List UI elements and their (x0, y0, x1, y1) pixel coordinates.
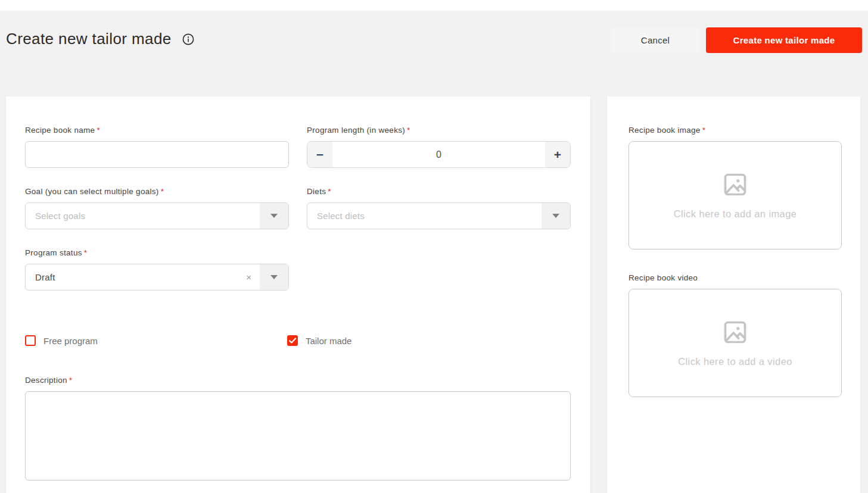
program-length-input[interactable] (332, 142, 545, 167)
diets-placeholder: Select diets (307, 211, 542, 221)
recipe-book-name-input[interactable] (25, 141, 289, 168)
create-tailor-made-button[interactable]: Create new tailor made (706, 27, 862, 53)
chevron-down-icon (270, 214, 278, 218)
image-placeholder-icon (722, 171, 748, 198)
program-length-label: Program length (in weeks)* (307, 126, 571, 135)
tailor-made-label: Tailor made (306, 336, 352, 346)
goal-select[interactable]: Select goals (25, 202, 289, 229)
minus-icon[interactable]: − (307, 142, 332, 167)
goal-placeholder: Select goals (26, 211, 260, 221)
free-program-checkbox-row[interactable]: Free program (25, 335, 98, 346)
diets-field: Diets* Select diets (307, 187, 571, 229)
chevron-down-icon (270, 275, 278, 279)
image-upload-hint: Click here to add an image (674, 208, 797, 220)
check-icon (289, 338, 296, 344)
video-upload-hint: Click here to add a video (678, 356, 792, 367)
recipe-book-image-label: Recipe book image* (629, 126, 842, 135)
recipe-book-image-section: Recipe book image* Click here to add an … (629, 126, 842, 249)
description-label: Description* (25, 376, 571, 385)
diets-dropdown-toggle[interactable] (542, 203, 570, 229)
tailor-made-checkbox[interactable] (287, 335, 298, 346)
clear-icon[interactable]: × (246, 272, 251, 282)
goal-label: Goal (you can select multiple goals)* (25, 187, 289, 196)
diets-select[interactable]: Select diets (307, 202, 571, 229)
free-program-label: Free program (43, 336, 98, 346)
tailor-made-checkbox-row[interactable]: Tailor made (287, 335, 352, 346)
cancel-button[interactable]: Cancel (612, 27, 698, 53)
video-upload-dropzone[interactable]: Click here to add a video (629, 289, 842, 397)
recipe-book-video-label: Recipe book video (629, 273, 842, 282)
program-status-label: Program status* (25, 248, 289, 257)
goal-field: Goal (you can select multiple goals)* Se… (25, 187, 289, 229)
program-status-field: Program status* Draft × (25, 248, 289, 291)
program-status-select[interactable]: Draft × (25, 264, 289, 291)
info-icon[interactable] (182, 33, 194, 45)
program-status-dropdown-toggle[interactable] (260, 264, 288, 290)
page-header: Create new tailor made Cancel Create new… (0, 11, 868, 82)
media-card: Recipe book image* Click here to add an … (607, 96, 860, 493)
program-length-stepper: − + (307, 141, 571, 168)
top-strip (0, 0, 868, 11)
description-field: Description* (25, 376, 571, 483)
recipe-book-video-section: Recipe book video Click here to add a vi… (629, 273, 842, 397)
goal-dropdown-toggle[interactable] (260, 203, 288, 229)
image-upload-dropzone[interactable]: Click here to add an image (629, 141, 842, 249)
program-length-field: Program length (in weeks)* − + (307, 126, 571, 168)
plus-icon[interactable]: + (545, 142, 570, 167)
program-status-value: Draft (26, 272, 246, 282)
chevron-down-icon (552, 214, 559, 218)
description-input[interactable] (25, 391, 571, 480)
form-card: Recipe book name* Program length (in wee… (6, 96, 590, 493)
diets-label: Diets* (307, 187, 571, 196)
page-title: Create new tailor made (6, 30, 172, 48)
recipe-book-name-field: Recipe book name* (25, 126, 289, 168)
image-placeholder-icon (722, 319, 748, 345)
recipe-book-name-label: Recipe book name* (25, 126, 289, 135)
free-program-checkbox[interactable] (25, 335, 36, 346)
